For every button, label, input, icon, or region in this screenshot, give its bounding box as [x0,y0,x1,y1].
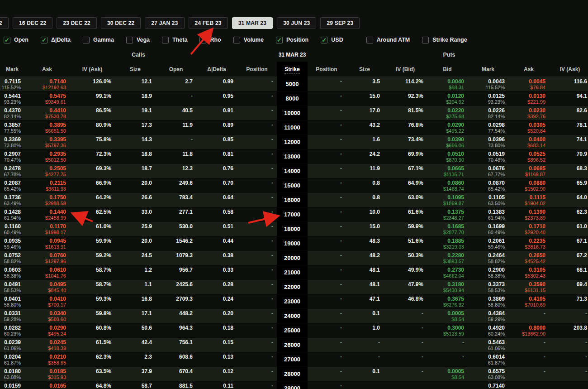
option-row-24000[interactable]: 0.033159.28%0.0340$580.6059.8%17.1448.20… [0,309,588,323]
option-row-11000[interactable]: 0.385777.55%0.3895$6651.5080.9%17.311.90… [0,120,588,135]
calls-ask-cell[interactable]: 0.0495$845.40 [24,280,70,294]
column-header-calls-ask[interactable]: Ask [24,66,70,72]
calls-ask-cell[interactable]: 0.0210$358.65 [24,352,70,366]
puts-bid-cell[interactable]: 0.0005$8.54 [427,309,468,323]
column-header-calls-mark[interactable]: Mark [0,66,24,72]
option-row-25000[interactable]: 0.028260.23%0.0290$495.2460.8%50.6964.30… [0,323,588,338]
option-row-10000[interactable]: 0.437082.14%0.4410$7530.7886.5%19.140.50… [0,106,588,120]
checkbox-delta-checked[interactable]: ✓ [41,37,47,43]
checkbox-open-checked[interactable]: ✓ [4,37,10,43]
puts-bid-cell[interactable]: 0.2730$4662.04 [427,265,468,279]
expiry-tab-23-dec-22[interactable]: 23 DEC 22 [57,17,97,29]
puts-ask-cell[interactable]: 0.3590$6131.15 [508,280,549,294]
option-row-14000[interactable]: 0.247867.78%0.2505$4277.7569.3%18.712.30… [0,164,588,178]
puts-ask-cell[interactable]: 0.3105$5302.43 [508,265,549,279]
column-header-strike[interactable]: Strike [277,62,308,77]
filter-strike-range[interactable]: Strike Range [422,37,467,43]
puts-bid-cell[interactable]: 0.2280$3893.57 [427,251,468,265]
calls-ask-cell[interactable]: 0.3395$5797.36 [24,135,70,149]
expiry-tab-29-sep-23[interactable]: 29 SEP 23 [320,17,360,29]
checkbox-gamma-unchecked[interactable] [83,37,90,43]
puts-bid-cell[interactable]: 0.0220$375.68 [427,106,468,120]
filter-rho[interactable]: Rho [199,37,221,43]
puts-bid-cell[interactable]: 0.3675$6276.32 [427,294,468,308]
expiry-tab-24-feb-23[interactable]: 24 FEB 23 [189,17,228,29]
puts-ask-cell[interactable]: 0.4105$7010.69 [508,294,549,308]
puts-bid-cell[interactable]: 0.0120$204.92 [427,91,468,106]
option-row-22000[interactable]: 0.049158.53%0.0495$845.4058.7%1.12425.60… [0,280,588,294]
puts-bid-cell[interactable]: 0.1885$3219.03 [427,236,468,250]
puts-ask-cell[interactable]: 0.0045$76.84 [508,77,549,91]
option-row-12000[interactable]: 0.336973.80%0.3395$5797.3675.8%14.3-0.85… [0,135,588,149]
calls-ask-cell[interactable]: 0.0945$1613.91 [24,236,70,250]
column-header-calls-delta[interactable]: Δ|Delta [196,66,237,72]
puts-ask-cell[interactable]: 0.0130$221.99 [508,91,549,106]
checkbox-theta-unchecked[interactable] [162,37,169,43]
filter-around-atm[interactable]: Around ATM [366,37,410,43]
filter-theta[interactable]: Theta [162,37,187,43]
puts-ask-cell[interactable]: 0.0685$1169.87 [508,164,549,178]
calls-ask-cell[interactable]: 0.0165 [24,381,70,389]
checkbox-around-atm-unchecked[interactable] [366,37,373,43]
puts-bid-cell[interactable]: - [427,338,468,352]
calls-ask-cell[interactable]: 0.2935$5012.50 [24,149,70,163]
filter-gamma[interactable]: Gamma [83,37,114,43]
puts-ask-cell[interactable]: 0.0305$520.84 [508,120,549,134]
checkbox-rho-unchecked[interactable] [199,37,206,43]
option-row-15000[interactable]: 0.208765.42%0.2115$3611.9366.9%20.0249.6… [0,178,588,193]
column-header-puts-bid[interactable]: Bid [427,66,468,72]
filter-usd[interactable]: ✓USD [321,37,343,43]
puts-ask-cell[interactable]: 0.1710$2920.40 [508,222,549,236]
option-row-20000[interactable]: 0.075258.82%0.0760$1297.9659.2%24.51079.… [0,251,588,265]
puts-bid-cell[interactable]: 0.0510$870.90 [427,149,468,163]
column-header-puts-iv-bid[interactable]: IV (Bid) [384,66,427,72]
checkbox-strike-range-unchecked[interactable] [422,37,429,43]
puts-ask-cell[interactable]: 0.1115$1904.02 [508,193,549,207]
puts-ask-cell[interactable]: 0.0880$1502.90 [508,178,549,192]
column-header-calls-position[interactable]: Position [237,66,277,72]
puts-ask-cell[interactable]: 0.8000$13662.90 [508,323,549,337]
puts-ask-cell[interactable]: - [508,352,549,366]
calls-ask-cell[interactable]: 0.1170$1998.17 [24,222,70,236]
puts-bid-cell[interactable]: 0.3000$5123.59 [427,323,468,337]
puts-bid-cell[interactable] [427,381,468,389]
column-header-puts-iv-ask[interactable]: IV (Ask) [549,66,588,72]
checkbox-usd-checked[interactable]: ✓ [321,37,327,43]
option-row-23000[interactable]: 0.040158.80%0.0410$700.1759.3%16.82709.3… [0,294,588,309]
puts-ask-cell[interactable]: - [508,338,549,352]
calls-ask-cell[interactable]: 0.2505$4277.75 [24,164,70,178]
puts-bid-cell[interactable]: 0.0665$1135.71 [427,164,468,178]
puts-bid-cell[interactable]: 0.1095$1869.87 [427,193,468,207]
puts-ask-cell[interactable] [508,381,549,389]
expiry-tab-30-dec-22[interactable]: 30 DEC 22 [101,17,141,29]
calls-ask-cell[interactable]: 0.4410$7530.78 [24,106,70,120]
column-header-calls-iv-ask[interactable]: IV (Ask) [70,66,115,72]
option-row-13000[interactable]: 0.290770.47%0.2935$5012.5072.3%18.811.80… [0,149,588,164]
column-header-calls-open[interactable]: Open [156,66,196,72]
puts-bid-cell[interactable]: 0.0040$68.31 [427,77,468,91]
puts-bid-cell[interactable]: 0.1375$2348.27 [427,207,468,221]
column-header-puts-mark[interactable]: Mark [468,66,508,72]
checkbox-position-checked[interactable]: ✓ [276,37,283,43]
puts-ask-cell[interactable]: - [508,309,549,323]
calls-ask-cell[interactable]: 0.0185$315.93 [24,367,70,381]
calls-ask-cell[interactable]: 0.3895$6651.50 [24,120,70,134]
puts-bid-cell[interactable]: 0.1685$2877.70 [427,222,468,236]
puts-ask-cell[interactable]: - [508,367,549,381]
calls-ask-cell[interactable]: 0.0610$1041.76 [24,265,70,279]
option-row-21000[interactable]: 0.060358.38%0.0610$1041.7658.7%1.2956.70… [0,265,588,280]
option-row-16000[interactable]: 0.173663.49%0.1750$2988.5964.2%26.6783.4… [0,193,588,207]
option-row-28000[interactable]: 0.018063.08%0.0185$315.9363.5%37.9670.40… [0,367,588,381]
calls-ask-cell[interactable]: 0.0245$418.39 [24,338,70,352]
calls-ask-cell[interactable]: 0.1440$2458.99 [24,207,70,221]
option-row-5000[interactable]: 0.7115115.52%0.7140$12192.63126.0%12.12.… [0,77,588,91]
calls-ask-cell[interactable]: 0.1750$2988.59 [24,193,70,207]
option-row-26000[interactable]: 0.023961.06%0.0245$418.3961.5%42.4756.10… [0,338,588,352]
column-header-calls-size[interactable]: Size [115,66,156,72]
option-row-19000[interactable]: 0.093559.46%0.0945$1613.9159.9%20.01546.… [0,236,588,251]
expiry-tab-27-jan-23[interactable]: 27 JAN 23 [145,17,184,29]
checkbox-volume-unchecked[interactable] [233,37,240,43]
filter-vega[interactable]: Vega [126,37,150,43]
column-header-puts-position[interactable]: Position [308,66,346,72]
option-row-27000[interactable]: 0.020461.87%0.0210$358.6562.3%2.3608.60.… [0,352,588,367]
